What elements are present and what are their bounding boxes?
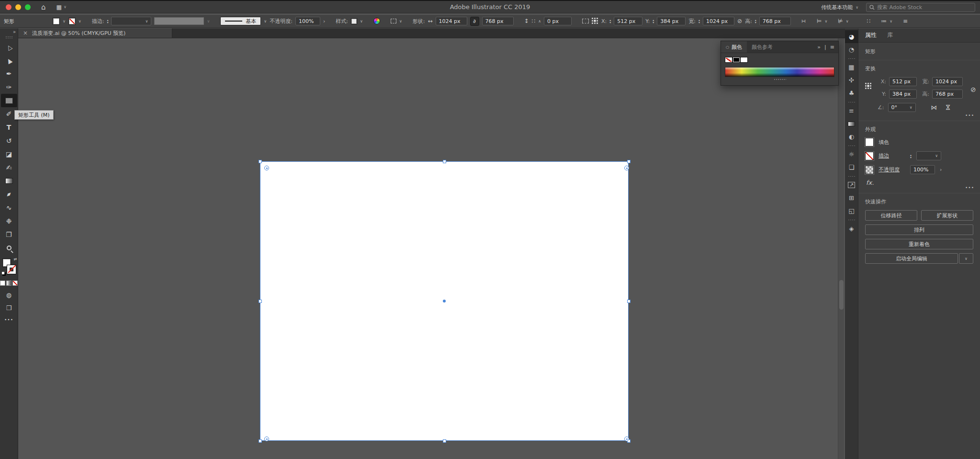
stroke-weight-stepper[interactable]: ▴▾: [107, 19, 108, 23]
shape-height-field[interactable]: 768 px: [482, 17, 514, 25]
tab-color-guide[interactable]: 颜色参考: [747, 41, 777, 53]
constrain-shape-proportions-icon[interactable]: ∂: [470, 17, 479, 26]
flip-horizontal-icon[interactable]: ⋈: [931, 104, 937, 111]
fill-color-swatch[interactable]: [865, 138, 874, 146]
close-tab-icon[interactable]: ×: [23, 30, 28, 36]
pathfinder-panel-icon[interactable]: ◱: [845, 204, 858, 217]
vertical-scrollbar-thumb[interactable]: [839, 280, 844, 310]
screen-mode-icon[interactable]: ◍: [6, 291, 11, 299]
reference-point-icon[interactable]: [865, 83, 872, 90]
x-field[interactable]: 512 px: [614, 17, 642, 25]
stroke-label[interactable]: 描边: [879, 152, 905, 159]
opacity-link[interactable]: 不透明度: [879, 166, 905, 173]
stroke-weight-stepper[interactable]: ▴▾: [910, 154, 912, 158]
stroke-weight-field[interactable]: ∨: [916, 151, 941, 160]
chevron-down-icon[interactable]: ∨: [846, 19, 849, 23]
artboard-tool[interactable]: ❐: [1, 228, 17, 241]
chevron-down-icon[interactable]: ∨: [824, 19, 827, 23]
selection-tool[interactable]: △: [1, 40, 17, 54]
fx-button[interactable]: fx.: [866, 179, 973, 186]
white-color-swatch[interactable]: [740, 57, 748, 63]
height-field[interactable]: 768 px: [759, 17, 791, 25]
align-to-icon[interactable]: ≔: [881, 18, 887, 24]
selection-handle-top-center[interactable]: [443, 160, 446, 163]
corner-scale-icon[interactable]: ↕: [524, 18, 529, 24]
arrange-documents-button[interactable]: ▦ ∨: [56, 4, 67, 11]
chevron-down-icon[interactable]: ∨: [207, 19, 210, 23]
canvas[interactable]: [18, 38, 845, 459]
color-mode-button[interactable]: [0, 280, 5, 286]
opacity-field[interactable]: 100%: [295, 17, 320, 25]
color-panel-icon[interactable]: ◕: [845, 30, 858, 43]
swap-fill-stroke-icon[interactable]: ⇄: [14, 257, 17, 261]
panel-resize-grip[interactable]: [774, 78, 786, 80]
offset-path-button[interactable]: 位移路径: [865, 210, 917, 221]
shaper-tool[interactable]: ✍: [1, 161, 17, 174]
graphic-styles-panel-icon[interactable]: ❏: [845, 161, 858, 174]
width-field[interactable]: 1024 px: [932, 77, 963, 86]
gradient-panel-icon[interactable]: ◔: [845, 43, 858, 56]
home-icon[interactable]: ⌂: [41, 3, 46, 11]
panel-menu-icon[interactable]: ≡: [830, 44, 834, 50]
transform-more-icon[interactable]: ∺: [801, 18, 806, 24]
selection-handle-bottom-center[interactable]: [443, 439, 446, 443]
default-fill-stroke-icon[interactable]: [1, 271, 5, 275]
chevron-down-icon[interactable]: ∨: [399, 19, 402, 23]
tab-libraries[interactable]: 库: [887, 31, 893, 39]
color-spectrum-bar[interactable]: [725, 67, 834, 77]
swatches-panel-icon[interactable]: ▦: [845, 61, 858, 74]
brush-definition-dropdown[interactable]: [154, 17, 204, 25]
x-field[interactable]: 512 px: [889, 77, 917, 86]
chevron-right-icon[interactable]: ›: [940, 167, 942, 173]
flip-vertical-icon[interactable]: ⋈: [945, 104, 952, 111]
stroke-panel-icon[interactable]: ≡: [845, 104, 858, 117]
stroke-weight-field[interactable]: ∨: [111, 17, 151, 25]
gradient-mode-button[interactable]: [6, 280, 11, 286]
selection-handle-bottom-left[interactable]: [259, 439, 262, 443]
curvature-tool[interactable]: ✑: [1, 80, 17, 94]
corner-radius-widget-bottom-right[interactable]: [624, 437, 629, 441]
selection-center-point[interactable]: [443, 300, 446, 302]
more-tools-button[interactable]: •••: [4, 317, 13, 322]
type-tool[interactable]: T: [1, 121, 17, 134]
distribute-objects-icon[interactable]: ⊭: [838, 18, 843, 24]
width-field[interactable]: 1024 px: [703, 17, 734, 25]
fill-color-swatch[interactable]: [53, 18, 60, 25]
constrain-proportions-icon[interactable]: ⊘: [737, 18, 742, 24]
stroke-style-dropdown[interactable]: 基本: [220, 17, 261, 25]
chevron-down-icon[interactable]: ∨: [360, 19, 363, 23]
direct-selection-tool[interactable]: ▲: [1, 54, 17, 67]
reference-point-icon[interactable]: [592, 18, 598, 24]
height-stepper[interactable]: ▴▾: [755, 19, 756, 23]
none-color-swatch[interactable]: [725, 57, 732, 63]
brushes-panel-icon[interactable]: ✣: [845, 74, 858, 87]
rectangle-tool[interactable]: [1, 94, 17, 107]
more-appearance-options[interactable]: •••: [965, 185, 974, 190]
recolor-button[interactable]: 重新着色: [865, 239, 973, 249]
selection-handle-top-left[interactable]: [259, 160, 262, 163]
height-field[interactable]: 768 px: [932, 90, 963, 99]
zoom-window-button[interactable]: [25, 4, 31, 10]
chevron-down-icon[interactable]: ∨: [63, 19, 66, 23]
selection-handle-top-right[interactable]: [627, 160, 631, 163]
gradient-slider-panel-icon[interactable]: [845, 117, 858, 130]
symbols-panel-icon[interactable]: ♣: [845, 87, 858, 100]
layers-panel-icon[interactable]: ◈: [845, 222, 858, 235]
selection-handle-middle-left[interactable]: [259, 300, 262, 303]
vertical-scrollbar[interactable]: [838, 38, 844, 459]
stock-search-box[interactable]: [866, 3, 975, 12]
select-similar-icon[interactable]: [391, 19, 396, 23]
selection-handle-middle-right[interactable]: [627, 300, 631, 303]
zoom-tool[interactable]: [1, 241, 17, 255]
global-edit-options-button[interactable]: ∨: [959, 253, 973, 264]
tab-properties[interactable]: 属性: [865, 31, 877, 39]
align-objects-icon[interactable]: ⊨: [817, 18, 822, 24]
corner-dots-icon[interactable]: ∷: [532, 18, 536, 24]
graphic-style-swatch[interactable]: [351, 18, 357, 24]
bounding-box-icon[interactable]: [582, 19, 589, 23]
chevron-down-icon[interactable]: ∨: [264, 19, 267, 23]
shape-width-field[interactable]: 1024 px: [436, 17, 467, 25]
x-stepper[interactable]: ▴▾: [609, 19, 611, 23]
expand-tools-icon[interactable]: »: [13, 29, 16, 34]
rotate-tool[interactable]: ↺: [1, 134, 17, 147]
